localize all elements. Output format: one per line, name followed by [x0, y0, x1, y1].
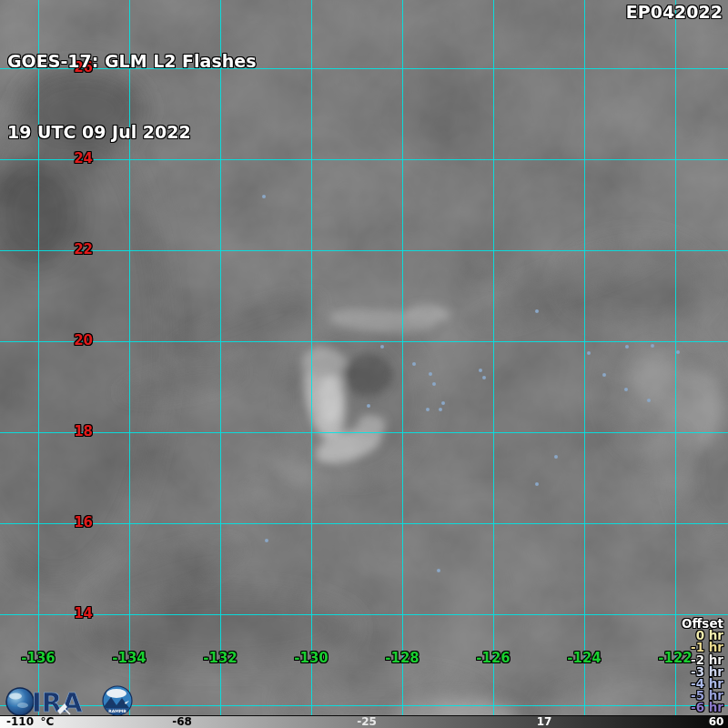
satellite-map: 26242220181614 -136-134-132-130-128-126-…: [0, 0, 728, 715]
colorbar-tick: -25: [335, 716, 399, 728]
glm-flash-marker: [412, 362, 416, 366]
glm-flash-marker: [624, 388, 628, 391]
product-datetime: 19 UTC 09 Jul 2022: [7, 120, 256, 144]
longitude-label: -132: [191, 650, 249, 666]
glm-flash-marker: [439, 408, 442, 411]
colorbar-tick: -68: [150, 716, 214, 728]
latitude-gridline: [0, 432, 728, 433]
latitude-label: 20: [53, 334, 93, 348]
glm-flash-marker: [380, 345, 384, 349]
glm-flash-marker: [535, 482, 539, 486]
storm-id: EP042022: [626, 2, 723, 22]
temperature-colorbar: -110°C-68-251760: [0, 715, 728, 728]
cloud-icon: [106, 689, 126, 698]
glm-flash-marker: [651, 344, 654, 348]
glm-flash-marker: [432, 382, 436, 386]
glm-flash-marker: [602, 373, 606, 377]
glm-flash-marker: [437, 569, 440, 572]
latitude-label: 18: [53, 425, 93, 439]
latitude-gridline: [0, 341, 728, 342]
colorbar-tick: °C: [15, 716, 79, 728]
glm-flash-marker: [554, 455, 558, 459]
latitude-label: 22: [53, 243, 93, 257]
offset-legend-entries: 0 hr-1 hr-2 hr-3 hr-4 hr-5 hr-6 hr: [682, 630, 723, 713]
longitude-label: -124: [555, 650, 613, 666]
latitude-gridline: [0, 523, 728, 524]
glm-flash-marker: [482, 376, 486, 379]
latitude-gridline: [0, 250, 728, 251]
glm-flash-marker: [587, 351, 591, 355]
glm-flash-marker: [479, 369, 482, 372]
glm-flash-marker: [367, 404, 370, 408]
longitude-label: -134: [100, 650, 158, 666]
latitude-label: 14: [53, 607, 93, 621]
glm-flash-marker: [429, 372, 432, 376]
offset-legend-entry: -6 hr: [682, 702, 723, 713]
longitude-label: -128: [373, 650, 431, 666]
glm-flash-marker: [441, 401, 445, 405]
glm-flash-marker: [262, 195, 266, 198]
glm-flash-marker: [535, 309, 539, 313]
glm-flash-marker: [625, 345, 629, 349]
colorbar-tick: 17: [512, 716, 576, 728]
colorbar-tick: 60: [684, 716, 728, 728]
product-title-block: GOES-17: GLM L2 Flashes 19 UTC 09 Jul 20…: [7, 2, 256, 191]
satellite-viewer: 26242220181614 -136-134-132-130-128-126-…: [0, 0, 728, 728]
longitude-label: -136: [9, 650, 67, 666]
glm-flash-marker: [676, 350, 680, 354]
product-title: GOES-17: GLM L2 Flashes: [7, 49, 256, 73]
glm-flash-marker: [647, 399, 651, 402]
longitude-gridline: [584, 0, 585, 715]
longitude-gridline: [675, 0, 676, 715]
longitude-label: -126: [464, 650, 522, 666]
latitude-label: 16: [53, 516, 93, 530]
cira-globe-icon: [6, 688, 34, 715]
glm-flash-marker: [265, 539, 268, 542]
longitude-gridline: [493, 0, 494, 715]
logo-block: IRA RAMMB: [5, 683, 134, 715]
rammb-logo: RAMMB: [102, 684, 134, 715]
longitude-gridline: [311, 0, 312, 715]
cira-logo-text: IRA: [32, 687, 83, 715]
longitude-label: -130: [282, 650, 340, 666]
longitude-gridline: [402, 0, 403, 715]
rammb-logo-text: RAMMB: [108, 709, 126, 713]
offset-legend: Offset 0 hr-1 hr-2 hr-3 hr-4 hr-5 hr-6 h…: [682, 618, 723, 714]
latitude-gridline: [0, 614, 728, 615]
glm-flash-marker: [426, 408, 430, 411]
cira-logo: IRA: [5, 683, 99, 715]
